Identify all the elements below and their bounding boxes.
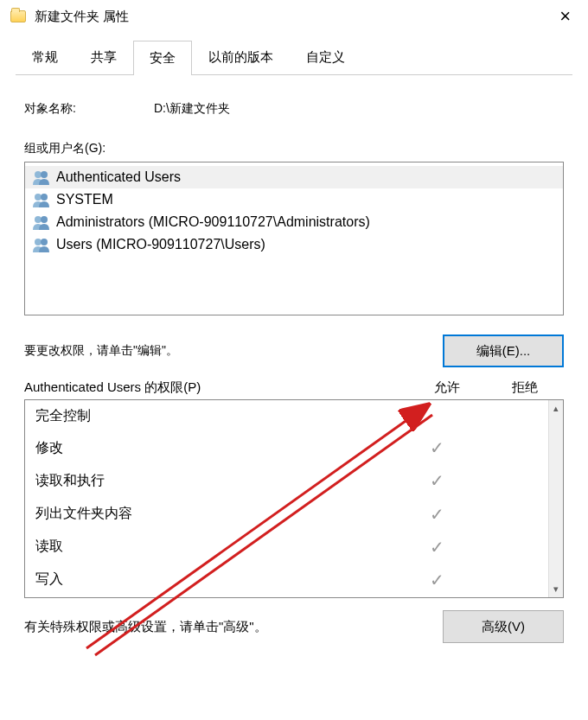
allow-column-header: 允许: [408, 379, 486, 396]
permission-name: 读取: [35, 538, 403, 556]
check-icon: ✓: [430, 505, 444, 524]
tab-strip: 常规 共享 安全 以前的版本 自定义: [16, 40, 572, 75]
list-item[interactable]: SYSTEM: [25, 188, 563, 211]
svg-point-6: [35, 239, 42, 245]
users-icon: [32, 169, 51, 185]
users-icon: [32, 214, 51, 230]
list-item[interactable]: Administrators (MICRO-909110727\Administ…: [25, 211, 563, 233]
scroll-down-arrow-icon[interactable]: ▾: [553, 583, 559, 595]
permission-row: 写入 ✓: [25, 570, 548, 590]
folder-icon: [10, 10, 26, 22]
tab-general[interactable]: 常规: [16, 40, 74, 74]
permission-allow: ✓: [403, 537, 470, 558]
permission-allow: ✓: [403, 570, 470, 590]
object-value: D:\新建文件夹: [154, 101, 230, 117]
users-icon: [32, 237, 51, 252]
users-icon: [32, 192, 51, 207]
tab-previous-versions[interactable]: 以前的版本: [192, 40, 290, 74]
svg-point-5: [41, 216, 48, 223]
check-icon: ✓: [430, 471, 444, 490]
scroll-up-arrow-icon[interactable]: ▴: [553, 403, 559, 414]
permission-row: 修改 ✓: [25, 437, 548, 458]
list-item-label: SYSTEM: [56, 192, 113, 207]
object-label: 对象名称:: [24, 101, 154, 117]
list-item-label: Users (MICRO-909110727\Users): [56, 237, 265, 252]
permission-allow: ✓: [403, 437, 470, 458]
check-icon: ✓: [430, 538, 444, 557]
user-listbox[interactable]: Authenticated Users SYSTEM Administrator…: [24, 162, 564, 315]
permission-name: 修改: [35, 439, 403, 457]
svg-point-7: [41, 239, 48, 245]
permission-name: 写入: [35, 570, 403, 589]
permission-allow: ✓: [403, 470, 470, 491]
svg-point-3: [41, 194, 48, 201]
check-icon: ✓: [430, 438, 444, 457]
permission-row: 读取和执行 ✓: [25, 470, 548, 491]
tab-customize[interactable]: 自定义: [290, 40, 361, 74]
edit-button[interactable]: 编辑(E)...: [443, 335, 564, 367]
permission-row: 读取 ✓: [25, 537, 548, 558]
permission-allow: ✓: [403, 504, 470, 525]
check-icon: ✓: [430, 570, 444, 589]
window-title: 新建文件夹 属性: [35, 9, 129, 25]
tab-share[interactable]: 共享: [74, 40, 133, 74]
list-item-label: Authenticated Users: [56, 169, 181, 185]
permissions-label: Authenticated Users 的权限(P): [24, 379, 408, 396]
permission-name: 列出文件夹内容: [35, 505, 403, 523]
tab-security[interactable]: 安全: [133, 41, 192, 75]
advanced-hint-text: 有关特殊权限或高级设置，请单击"高级"。: [24, 619, 443, 635]
permission-name: 读取和执行: [35, 472, 403, 490]
users-label: 组或用户名(G):: [24, 141, 564, 156]
permission-row: 完全控制: [25, 407, 548, 425]
permissions-listbox: 完全控制 修改 ✓ 读取和执行 ✓ 列出文件夹内容 ✓ 读取 ✓: [24, 399, 564, 598]
advanced-button[interactable]: 高级(V): [443, 610, 564, 643]
edit-hint-text: 要更改权限，请单击"编辑"。: [24, 343, 443, 359]
svg-point-0: [35, 171, 42, 178]
titlebar: 新建文件夹 属性 ×: [0, 0, 588, 33]
list-item-label: Administrators (MICRO-909110727\Administ…: [56, 214, 370, 230]
object-row: 对象名称: D:\新建文件夹: [24, 101, 564, 117]
deny-column-header: 拒绝: [486, 379, 564, 396]
list-item[interactable]: Authenticated Users: [25, 166, 563, 188]
svg-point-2: [35, 194, 42, 201]
scrollbar[interactable]: ▴ ▾: [548, 400, 563, 597]
list-item[interactable]: Users (MICRO-909110727\Users): [25, 233, 563, 256]
permission-row: 列出文件夹内容 ✓: [25, 504, 548, 525]
close-icon[interactable]: ×: [553, 7, 578, 26]
svg-point-4: [35, 216, 42, 223]
svg-point-1: [41, 171, 48, 178]
permission-name: 完全控制: [35, 407, 403, 425]
